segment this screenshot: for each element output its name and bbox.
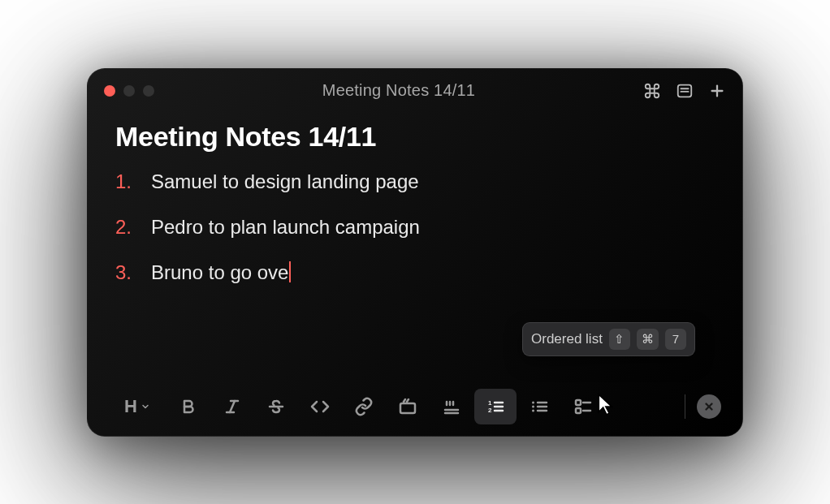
document-title: Meeting Notes 14/11 — [115, 121, 715, 153]
panel-icon[interactable] — [676, 82, 694, 100]
italic-button[interactable] — [211, 389, 253, 424]
close-window-dot[interactable] — [104, 85, 115, 97]
window-title: Meeting Notes 14/11 — [154, 81, 643, 100]
traffic-lights — [104, 85, 154, 97]
heading-label: H — [124, 396, 137, 417]
task-list-button[interactable] — [562, 389, 604, 424]
titlebar-actions — [643, 82, 726, 100]
ordered-list-button[interactable]: 12 — [474, 389, 517, 424]
zoom-window-dot[interactable] — [143, 85, 154, 97]
format-toolbar: H 12 — [88, 377, 742, 436]
note-window: Meeting Notes 14/11 Meeting Notes 14/11 … — [87, 68, 743, 437]
list-item: Pedro to plan launch campaign — [115, 216, 715, 239]
code-block-button[interactable] — [387, 389, 429, 424]
key-seven: 7 — [665, 329, 686, 350]
tooltip-label: Ordered list — [531, 331, 603, 347]
quote-button[interactable] — [430, 389, 473, 424]
list-item: Bruno to go ove — [115, 261, 715, 284]
plus-icon[interactable] — [708, 82, 726, 100]
svg-point-21 — [532, 409, 534, 411]
bullet-list-button[interactable] — [518, 389, 560, 424]
list-item-text: Pedro to plan launch campaign — [151, 216, 420, 238]
strikethrough-button[interactable] — [255, 389, 297, 424]
svg-rect-24 — [576, 400, 581, 405]
svg-text:1: 1 — [488, 399, 492, 407]
list-item-text: Samuel to design landing page — [151, 170, 419, 192]
tooltip-ordered-list: Ordered list ⇧ ⌘ 7 — [522, 322, 695, 356]
link-button[interactable] — [343, 389, 385, 424]
list-item-text: Bruno to go ove — [151, 261, 288, 283]
heading-button[interactable]: H — [109, 389, 166, 424]
list-item: Samuel to design landing page — [115, 170, 715, 193]
command-icon[interactable] — [643, 82, 661, 100]
toolbar-divider — [685, 394, 685, 419]
svg-line-7 — [230, 401, 235, 412]
key-shift: ⇧ — [609, 329, 630, 350]
svg-rect-25 — [576, 408, 581, 413]
titlebar: Meeting Notes 14/11 — [88, 69, 742, 113]
bold-button[interactable] — [167, 389, 210, 424]
close-toolbar-button[interactable] — [697, 394, 721, 419]
text-caret — [289, 261, 291, 282]
ordered-list: Samuel to design landing page Pedro to p… — [115, 170, 715, 284]
svg-text:2: 2 — [488, 407, 492, 414]
svg-point-19 — [532, 401, 534, 403]
minimize-window-dot[interactable] — [123, 85, 135, 97]
key-command: ⌘ — [637, 329, 659, 350]
code-button[interactable] — [299, 389, 341, 424]
editor-content[interactable]: Meeting Notes 14/11 Samuel to design lan… — [88, 113, 742, 284]
chevron-down-icon — [140, 402, 150, 411]
svg-point-20 — [532, 405, 534, 407]
